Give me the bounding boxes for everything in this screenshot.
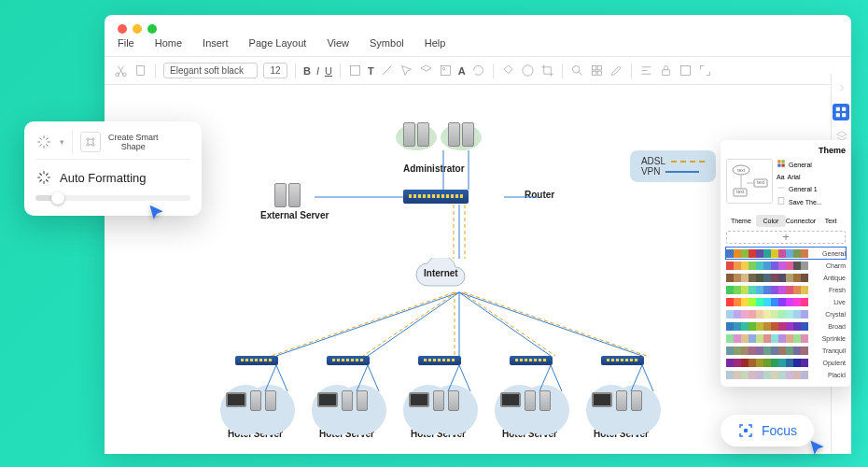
hotel-server-4[interactable] (590, 379, 655, 426)
svg-rect-30 (777, 163, 780, 166)
grid-icon[interactable] (833, 104, 849, 120)
menu-file[interactable]: File (118, 37, 134, 49)
menu-page-layout[interactable]: Page Layout (249, 37, 307, 49)
line-icon[interactable] (380, 64, 394, 78)
svg-text:text: text (737, 167, 746, 173)
router-label: Router (525, 190, 554, 200)
hotel-server-0[interactable] (224, 379, 289, 426)
theme-tab-connector[interactable]: Connector (786, 215, 816, 227)
palette-crystal[interactable]: Crystal (726, 308, 846, 319)
palette-sprinkle[interactable]: Sprinkle (726, 333, 846, 344)
edit-icon[interactable] (609, 64, 623, 78)
font-size[interactable]: 12 (263, 63, 287, 78)
admin-node-2[interactable] (448, 122, 474, 147)
palette-general[interactable]: General (726, 248, 846, 259)
svg-rect-12 (662, 70, 669, 76)
palette-icon[interactable] (521, 64, 535, 78)
create-smart-shape[interactable]: Create Smart Shape (108, 133, 159, 151)
expand-icon[interactable] (698, 64, 712, 78)
more-icon[interactable] (679, 64, 693, 78)
legend-vpn: VPN (641, 166, 661, 177)
hotel-switch-2[interactable] (418, 356, 461, 365)
maximize-icon[interactable] (147, 24, 157, 34)
focus-label: Focus (762, 423, 797, 438)
palette-broad[interactable]: Broad (726, 320, 846, 332)
svg-point-35 (87, 144, 89, 146)
hotel-server-3[interactable] (498, 379, 564, 426)
hotel-server-1[interactable] (315, 379, 381, 426)
svg-text:text: text (736, 189, 745, 194)
svg-rect-31 (781, 163, 784, 166)
external-server-label: External Server (260, 210, 329, 220)
menu-symbol[interactable]: Symbol (370, 37, 404, 49)
svg-point-37 (744, 430, 747, 432)
clipboard-icon[interactable] (133, 64, 147, 78)
menubar: FileHomeInsertPage LayoutViewSymbolHelp (105, 37, 851, 57)
svg-rect-10 (592, 71, 595, 75)
lock-icon[interactable] (659, 64, 673, 78)
svg-rect-11 (597, 71, 601, 75)
theme-tab-color[interactable]: Color (756, 215, 786, 227)
minimize-icon[interactable] (133, 24, 142, 34)
palette-fresh[interactable]: Fresh (726, 284, 846, 295)
menu-help[interactable]: Help (425, 37, 446, 49)
crop-icon[interactable] (540, 64, 554, 78)
svg-rect-28 (777, 160, 780, 163)
svg-rect-2 (137, 66, 145, 76)
collapse-icon[interactable] (835, 81, 848, 94)
svg-point-6 (522, 65, 532, 76)
image-icon[interactable] (439, 64, 453, 78)
theme-panel[interactable]: Theme texttexttext GeneralAaArialGeneral… (721, 140, 851, 387)
main-router[interactable] (403, 190, 469, 204)
menu-insert[interactable]: Insert (203, 37, 229, 49)
svg-rect-3 (350, 66, 359, 76)
smart-shape-icon[interactable] (80, 132, 101, 152)
align-icon[interactable] (639, 64, 653, 78)
focus-button[interactable]: Focus (721, 415, 814, 446)
palette-placid[interactable]: Placid (726, 369, 846, 380)
external-server[interactable] (274, 183, 301, 207)
font-select[interactable]: Elegant soft black (163, 63, 258, 78)
hotel-server-2[interactable] (407, 379, 472, 426)
layers-icon[interactable] (419, 64, 433, 78)
svg-point-7 (572, 66, 580, 74)
add-palette[interactable]: + (726, 231, 846, 244)
search-icon[interactable] (570, 64, 584, 78)
admin-node-1[interactable] (403, 122, 429, 147)
fill-icon[interactable] (501, 64, 515, 78)
svg-text:text: text (757, 179, 765, 185)
close-icon[interactable] (118, 24, 127, 34)
svg-rect-8 (592, 66, 595, 70)
auto-format-popover: ▾ Create Smart Shape Auto Formatting (24, 121, 202, 216)
grid-icon[interactable] (590, 64, 604, 78)
pointer-icon[interactable] (399, 64, 413, 78)
theme-tab-theme[interactable]: Theme (726, 215, 756, 227)
palette-charm[interactable]: Charm (726, 260, 846, 271)
cut-icon[interactable] (114, 64, 128, 78)
theme-tab-text[interactable]: Text (816, 215, 846, 227)
hotel-switch-3[interactable] (510, 356, 553, 365)
svg-rect-13 (680, 66, 690, 76)
svg-point-34 (92, 138, 94, 140)
theme-preview: texttexttext (726, 159, 773, 204)
palette-antique[interactable]: Antique (726, 272, 846, 283)
menu-home[interactable]: Home (155, 37, 182, 49)
hotel-switch-1[interactable] (327, 356, 370, 365)
refresh-icon[interactable] (471, 64, 485, 78)
auto-format-label[interactable]: Auto Formatting (60, 171, 147, 185)
sparkle-icon[interactable] (35, 134, 52, 150)
hotel-switch-4[interactable] (601, 356, 644, 365)
format-slider[interactable] (35, 195, 190, 201)
menu-view[interactable]: View (327, 37, 349, 49)
administrator-label: Administrator (403, 163, 465, 174)
palette-tranquil[interactable]: Tranquil (726, 345, 846, 356)
cursor-icon-2 (808, 439, 827, 458)
palette-live[interactable]: Live (726, 296, 846, 307)
hotel-switch-0[interactable] (235, 356, 278, 365)
cursor-icon (147, 204, 166, 222)
sparkle-icon-2 (35, 169, 52, 186)
palette-opulent[interactable]: Opulent (726, 357, 846, 368)
internet-label: Internet (424, 268, 458, 278)
svg-point-5 (442, 67, 445, 70)
shape-icon[interactable] (348, 64, 362, 78)
